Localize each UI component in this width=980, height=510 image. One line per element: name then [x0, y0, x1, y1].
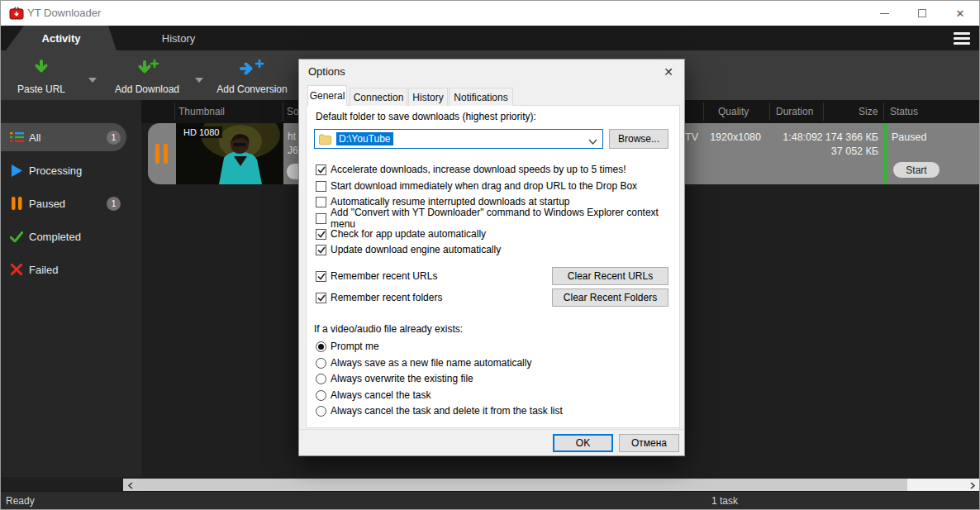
add-conversion-button[interactable]: Add Conversion [214, 55, 290, 97]
play-icon [9, 164, 24, 177]
convert-arrow-plus-icon [238, 59, 266, 79]
app-window: YT Downloader ✕ Activity History Paste U… [0, 0, 980, 510]
radio-save-new-name[interactable]: Always save as a new file name automatic… [316, 356, 531, 369]
col-status: Status [890, 106, 918, 117]
minimize-button[interactable] [865, 1, 903, 26]
sidebar: All 1 Processing Paused 1 Completed [1, 100, 141, 477]
file-exists-label: If a video/audio file already exists: [314, 323, 463, 335]
tab-notifications[interactable]: Notifications [449, 88, 513, 106]
checkbox-label: Update download engine automatically [331, 244, 501, 255]
sidebar-item-all[interactable]: All 1 [1, 123, 141, 151]
start-button-label: Start [906, 164, 926, 176]
checkbox-accelerate[interactable]: Accelerate downloads, increase download … [316, 163, 626, 176]
start-button[interactable]: Start [893, 162, 940, 178]
paste-url-dropdown[interactable] [88, 72, 98, 87]
row-size-total: 2 174 366 КБ [768, 131, 878, 143]
maximize-button[interactable] [903, 1, 941, 26]
list-all-icon [9, 131, 24, 143]
checkbox-engine-update[interactable]: Update download engine automatically [316, 243, 501, 256]
checkbox-checked-icon[interactable] [316, 271, 326, 282]
checkbox-unchecked-icon[interactable] [316, 213, 326, 224]
app-logo-icon [9, 7, 24, 20]
row-size-done: 37 052 КБ [768, 145, 878, 157]
add-download-button[interactable]: Add Download [112, 55, 182, 97]
radio-unselected-icon[interactable] [316, 390, 326, 401]
row-status: Paused [892, 131, 926, 143]
browse-button[interactable]: Browse... [609, 129, 668, 149]
radio-overwrite[interactable]: Always overwrite the existing file [316, 372, 473, 385]
col-thumbnail: Thumbnail [178, 106, 225, 117]
checkbox-label: Check for app update automatically [331, 228, 486, 240]
status-ready: Ready [6, 495, 35, 507]
radio-cancel-task[interactable]: Always cancel the task [316, 388, 431, 402]
sidebar-item-label: Paused [29, 198, 65, 210]
menu-button[interactable] [954, 32, 970, 45]
tab-history[interactable]: History [408, 88, 448, 106]
ok-button-label: OK [576, 437, 590, 449]
chevron-down-icon [194, 77, 204, 83]
tab-connection[interactable]: Connection [350, 88, 407, 106]
check-icon [9, 231, 24, 242]
checkbox-context-menu[interactable]: Add "Convert with YT Downloader" command… [316, 212, 684, 225]
minimize-icon [880, 13, 889, 14]
add-download-dropdown[interactable] [194, 72, 204, 87]
tab-connection-label: Connection [354, 92, 404, 103]
checkbox-unchecked-icon[interactable] [316, 181, 326, 192]
combo-chevron-icon[interactable] [588, 136, 597, 147]
checkbox-checked-icon[interactable] [316, 293, 326, 303]
radio-selected-icon[interactable] [316, 341, 326, 352]
sidebar-item-paused[interactable]: Paused 1 [1, 189, 141, 217]
tab-general-label: General [310, 90, 345, 102]
clear-recent-folders-button[interactable]: Clear Recent Folders [552, 288, 668, 307]
x-icon [9, 264, 24, 275]
radio-label: Always overwrite the existing file [331, 373, 473, 384]
col-duration: Duration [776, 106, 813, 117]
tab-history-label: History [162, 32, 195, 45]
checkbox-checked-icon[interactable] [316, 229, 326, 240]
checkbox-remember-folders[interactable]: Remember recent folders [316, 291, 442, 304]
tab-general[interactable]: General [307, 85, 347, 106]
sidebar-item-failed[interactable]: Failed [1, 255, 141, 284]
folder-combobox[interactable]: D:\YouTube [314, 129, 603, 149]
radio-label: Always cancel the task and delete it fro… [331, 405, 563, 417]
cancel-button[interactable]: Отмена [619, 434, 679, 452]
paste-url-label: Paste URL [17, 83, 65, 95]
radio-label: Prompt me [331, 341, 379, 352]
cancel-button-label: Отмена [631, 437, 667, 449]
checkbox-checked-icon[interactable] [316, 245, 326, 255]
clear-folders-label: Clear Recent Folders [564, 292, 657, 303]
options-dialog: Options ✕ General Connection History Not… [298, 59, 685, 456]
dialog-close-button[interactable]: ✕ [659, 64, 678, 80]
paste-url-button[interactable]: Paste URL [16, 55, 67, 97]
checkbox-label: Start download immediately when drag and… [331, 180, 637, 192]
folder-label: Default folder to save downloads (highes… [316, 111, 536, 122]
titlebar: YT Downloader ✕ [1, 1, 979, 26]
col-quality: Quality [718, 106, 749, 117]
chevron-right-icon [970, 482, 975, 489]
radio-unselected-icon[interactable] [316, 406, 326, 417]
checkbox-start-immediately[interactable]: Start download immediately when drag and… [316, 179, 637, 193]
clear-recent-urls-button[interactable]: Clear Recent URLs [552, 267, 668, 285]
row-paused-icon [155, 144, 168, 164]
checkbox-checked-icon[interactable] [316, 164, 326, 175]
checkbox-unchecked-icon[interactable] [316, 197, 326, 207]
clear-urls-label: Clear Recent URLs [568, 270, 653, 282]
sidebar-item-completed[interactable]: Completed [1, 222, 141, 250]
checkbox-app-update[interactable]: Check for app update automatically [316, 227, 486, 241]
close-button[interactable]: ✕ [941, 1, 979, 26]
radio-cancel-delete[interactable]: Always cancel the task and delete it fro… [316, 404, 563, 417]
tab-history-label: History [412, 92, 443, 103]
radio-unselected-icon[interactable] [316, 358, 326, 369]
ok-button[interactable]: OK [553, 434, 613, 452]
sidebar-item-processing[interactable]: Processing [1, 156, 141, 184]
sidebar-item-label: Completed [29, 231, 81, 243]
radio-unselected-icon[interactable] [316, 374, 326, 384]
row-source-url: ht J6: [288, 130, 298, 158]
download-plus-icon [134, 59, 160, 79]
checkbox-remember-urls[interactable]: Remember recent URLs [316, 269, 437, 283]
pause-icon [9, 197, 24, 210]
tab-activity[interactable]: Activity [6, 26, 117, 50]
tab-history[interactable]: History [133, 26, 224, 50]
status-indicator [883, 123, 887, 184]
radio-prompt-me[interactable]: Prompt me [316, 340, 379, 353]
